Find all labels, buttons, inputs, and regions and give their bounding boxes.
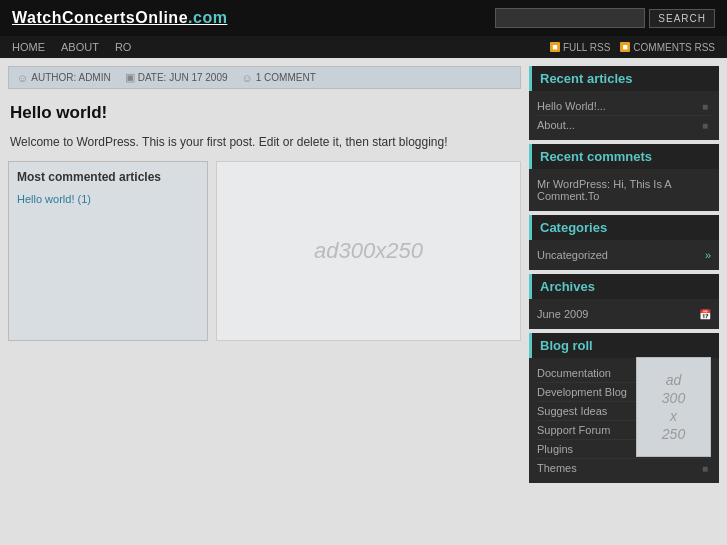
- archive-icon-0: 📅: [699, 309, 711, 320]
- comments-rss-label: COMMENTS RSS: [633, 42, 715, 53]
- recent-article-link-1[interactable]: About...: [537, 119, 699, 131]
- header: WatchConcertsOnline.com SEARCH: [0, 0, 727, 36]
- comments-rss-link[interactable]: ■ COMMENTS RSS: [620, 42, 715, 53]
- sidebar-ad-label: ad300x250: [662, 371, 685, 444]
- sidebar-recent-item-0: Hello World!... ■: [537, 97, 711, 116]
- post-author-label: AUTHOR: ADMIN: [31, 72, 110, 83]
- most-commented-title: Most commented articles: [17, 170, 199, 184]
- nav-bar: HOME ABOUT RO ■ FULL RSS ■ COMMENTS RSS: [0, 36, 727, 58]
- nav-ro[interactable]: RO: [115, 41, 132, 53]
- post-author-meta: ☺ AUTHOR: ADMIN: [17, 72, 111, 84]
- sidebar-archives-content: June 2009 📅: [529, 299, 719, 329]
- date-icon: ▣: [125, 71, 135, 84]
- most-commented-widget: Most commented articles Hello world! (1): [8, 161, 208, 341]
- most-commented-item[interactable]: Hello world! (1): [17, 193, 91, 205]
- author-icon: ☺: [17, 72, 28, 84]
- category-link-0[interactable]: Uncategorized: [537, 249, 705, 261]
- search-button[interactable]: SEARCH: [649, 9, 715, 28]
- comments-icon: ☺: [242, 72, 253, 84]
- search-input[interactable]: [495, 8, 645, 28]
- archive-link-0[interactable]: June 2009: [537, 308, 699, 320]
- site-title-suffix: .com: [188, 9, 227, 26]
- sidebar-blogroll-item-5: Themes ■: [537, 459, 711, 477]
- sidebar-archive-item-0: June 2009 📅: [537, 305, 711, 323]
- sidebar-category-item-0: Uncategorized »: [537, 246, 711, 264]
- recent-article-icon-1: ■: [699, 120, 711, 131]
- main-container: ☺ AUTHOR: ADMIN ▣ DATE: JUN 17 2009 ☺ 1 …: [0, 58, 727, 495]
- comment-text-0: Mr WordPress: Hi, This Is A Comment.To: [537, 178, 711, 202]
- recent-article-icon-0: ■: [699, 101, 711, 112]
- sidebar-recent-articles-content: Hello World!... ■ About... ■: [529, 91, 719, 140]
- sidebar-recent-comments-content: Mr WordPress: Hi, This Is A Comment.To: [529, 169, 719, 211]
- sidebar-recent-articles-title: Recent articles: [529, 66, 719, 91]
- ad-main-label: ad300x250: [314, 238, 423, 264]
- post-title: Hello world!: [10, 103, 521, 123]
- comments-rss-icon: ■: [620, 42, 630, 52]
- category-arrow-icon-0: »: [705, 249, 711, 261]
- rss-icon: ■: [550, 42, 560, 52]
- blogroll-link-5[interactable]: Themes: [537, 462, 699, 474]
- content-area: ☺ AUTHOR: ADMIN ▣ DATE: JUN 17 2009 ☺ 1 …: [8, 66, 521, 487]
- ad-box-main: ad300x250: [216, 161, 521, 341]
- sidebar-archives-title: Archives: [529, 274, 719, 299]
- sidebar-recent-comments-title: Recent commnets: [529, 144, 719, 169]
- post-meta: ☺ AUTHOR: ADMIN ▣ DATE: JUN 17 2009 ☺ 1 …: [8, 66, 521, 89]
- post-comments-label: 1 COMMENT: [256, 72, 316, 83]
- sidebar-recent-item-1: About... ■: [537, 116, 711, 134]
- sidebar-comment-item-0: Mr WordPress: Hi, This Is A Comment.To: [537, 175, 711, 205]
- sidebar-blogroll-title: Blog roll: [529, 333, 719, 358]
- sidebar: Recent articles Hello World!... ■ About.…: [529, 66, 719, 487]
- post-comments-meta[interactable]: ☺ 1 COMMENT: [242, 72, 316, 84]
- sidebar-categories-title: Categories: [529, 215, 719, 240]
- sidebar-ad: ad300x250: [636, 357, 711, 457]
- search-area: SEARCH: [495, 8, 715, 28]
- post-date-label: DATE: JUN 17 2009: [138, 72, 228, 83]
- widgets-row: Most commented articles Hello world! (1)…: [8, 161, 521, 341]
- site-title-text: WatchConcertsOnline: [12, 9, 188, 26]
- site-title[interactable]: WatchConcertsOnline.com: [12, 9, 227, 27]
- full-rss-label: FULL RSS: [563, 42, 610, 53]
- recent-article-link-0[interactable]: Hello World!...: [537, 100, 699, 112]
- blogroll-icon-5: ■: [699, 463, 711, 474]
- full-rss-link[interactable]: ■ FULL RSS: [550, 42, 610, 53]
- rss-links: ■ FULL RSS ■ COMMENTS RSS: [550, 42, 715, 53]
- nav-about[interactable]: ABOUT: [61, 41, 99, 53]
- post-date-meta: ▣ DATE: JUN 17 2009: [125, 71, 228, 84]
- sidebar-categories-content: Uncategorized »: [529, 240, 719, 270]
- nav-links: HOME ABOUT RO: [12, 41, 131, 53]
- nav-home[interactable]: HOME: [12, 41, 45, 53]
- post-content: Welcome to WordPress. This is your first…: [10, 135, 521, 149]
